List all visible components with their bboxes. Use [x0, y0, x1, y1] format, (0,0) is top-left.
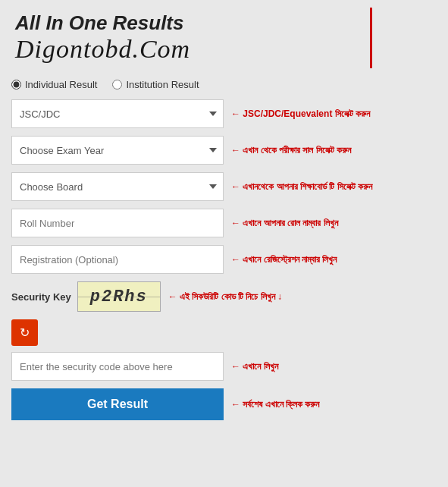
- get-result-row: Get Result ← সর্বশেষ এখানে ক্লিক করুন: [11, 388, 437, 420]
- exam-type-select[interactable]: JSC/JDC SSC/Dakhil HSC/Alim JSC/JDC: [11, 99, 224, 128]
- refresh-captcha-button[interactable]: ↻: [11, 319, 38, 346]
- institution-result-radio[interactable]: Institution Result: [112, 79, 199, 90]
- refresh-row: ↻: [11, 319, 437, 346]
- result-type-group: Individual Result Institution Result: [11, 79, 437, 90]
- captcha-text: p2Rhs: [90, 287, 148, 306]
- security-key-row: Security Key p2Rhs ← এই সিকউরিটি কোড টি …: [11, 281, 437, 312]
- exam-year-select[interactable]: Choose Exam Year 2024 2023 2022: [11, 136, 224, 165]
- get-result-button[interactable]: Get Result: [11, 388, 224, 420]
- exam-type-row: JSC/JDC SSC/Dakhil HSC/Alim JSC/JDC ← JS…: [11, 99, 437, 128]
- red-line-decoration: [370, 8, 372, 68]
- exam-year-row: Choose Exam Year 2024 2023 2022 ← এখান থ…: [11, 136, 437, 165]
- board-annotation: ← এখানথেকে আপনার শিক্ষাবোর্ড টি সিলেক্ট …: [231, 181, 437, 192]
- board-row: Choose Board Dhaka Chittagong Rajshahi S…: [11, 172, 437, 201]
- security-key-label: Security Key: [11, 291, 71, 303]
- exam-year-annotation: ← এখান থেকে পরীক্ষার সাল সিলেক্ট করুন: [231, 145, 437, 156]
- registration-input[interactable]: [11, 245, 224, 274]
- get-result-annotation: ← সর্বশেষ এখানে ক্লিক করুন: [231, 399, 437, 410]
- security-input-row: ← এখানে লিখুন: [11, 352, 437, 381]
- registration-annotation: ← এখানে রেজিস্ট্রেশন নাম্বার লিখুন: [231, 254, 437, 265]
- captcha-annotation: ← এই সিকউরিটি কোড টি নিচে লিখুন ↓: [168, 291, 282, 302]
- registration-row: ← এখানে রেজিস্ট্রেশন নাম্বার লিখুন: [11, 245, 437, 274]
- roll-annotation: ← এখানে আপনার রোল নাম্বার লিখুন: [231, 218, 437, 228]
- captcha-image: p2Rhs: [77, 281, 161, 312]
- form-container: Individual Result Institution Result JSC…: [0, 71, 448, 428]
- security-code-input[interactable]: [11, 352, 224, 381]
- individual-result-radio[interactable]: Individual Result: [11, 79, 97, 90]
- security-input-annotation: ← এখানে লিখুন: [231, 361, 437, 372]
- institution-label: Institution Result: [126, 79, 199, 90]
- institution-radio-input[interactable]: [112, 80, 122, 90]
- roll-input[interactable]: [11, 209, 224, 237]
- main-container: All In One Results Digontobd.Com Individ…: [0, 0, 448, 487]
- header: All In One Results Digontobd.Com: [0, 0, 448, 71]
- individual-radio-input[interactable]: [11, 80, 21, 90]
- exam-type-annotation: ← JSC/JDC/Equevalent সিলেক্ট করুন: [231, 108, 437, 119]
- individual-label: Individual Result: [25, 79, 97, 90]
- refresh-icon: ↻: [20, 325, 30, 340]
- roll-row: ← এখানে আপনার রোল নাম্বার লিখুন: [11, 209, 437, 237]
- board-select[interactable]: Choose Board Dhaka Chittagong Rajshahi S…: [11, 172, 224, 201]
